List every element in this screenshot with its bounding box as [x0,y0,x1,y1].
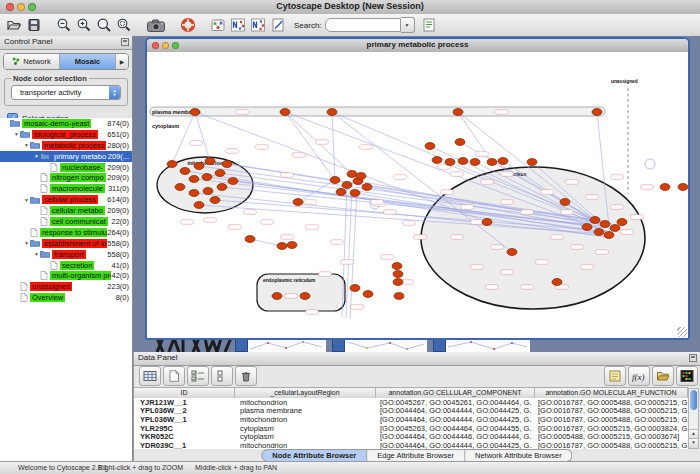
edge[interactable] [195,112,210,161]
graph-node[interactable] [582,224,592,231]
function-builder-icon[interactable]: f(x) [628,366,650,386]
graph-node[interactable] [194,202,204,209]
column-header-id[interactable]: ID [134,388,235,398]
expander-icon[interactable]: ▼ [33,251,40,257]
tree-row[interactable]: ▼cellular process614(0) [0,194,132,205]
graph-node[interactable] [189,190,199,197]
tree-row[interactable]: macromolecule311(0) [0,183,132,194]
column-header-molecular-function[interactable]: annotation.GO MOLECULAR_FUNCTION [535,388,688,398]
network-graph[interactable]: plasma membrane cytoplasm mitochondrion … [147,52,688,340]
search-result-icon[interactable] [420,16,438,34]
tab-mosaic[interactable]: Mosaic [60,54,116,69]
search-options-dropdown[interactable]: ▼ [401,17,415,33]
graph-node[interactable] [202,174,212,181]
graph-node[interactable] [610,225,620,232]
expander-icon[interactable]: ▼ [23,142,30,148]
graph-node[interactable] [455,139,465,146]
graph-node[interactable] [280,109,290,116]
import-network-table-icon[interactable] [249,16,267,34]
attribute-table-icon[interactable] [139,366,161,386]
tree-row[interactable]: ▼metabolic process280(0) [0,140,132,151]
graph-node[interactable] [245,236,255,243]
graph-node[interactable] [604,232,614,239]
tree-row[interactable]: Overview8(0) [0,292,132,303]
tree-row[interactable]: ▼establishment of lo558(0) [0,238,132,249]
table-scrollbar[interactable]: ▲ ▼ [688,388,699,449]
graph-node[interactable] [363,291,373,298]
open-icon[interactable] [5,16,23,34]
graph-node[interactable] [392,263,402,270]
graph-node[interactable] [507,249,517,256]
tree-row[interactable]: ▼primary metabo209(... [0,151,132,162]
matrix-icon[interactable] [676,366,698,386]
unselect-attributes-icon[interactable] [211,366,233,386]
graph-node[interactable] [300,293,310,300]
graph-node[interactable] [487,159,497,166]
graph-node[interactable] [287,242,297,249]
graph-node[interactable] [600,221,610,228]
graph-node[interactable] [327,109,337,116]
graph-node[interactable] [189,176,199,183]
node-color-dropdown[interactable]: transporter activity ▲▼ [11,85,121,100]
zoom-selected-region-icon[interactable] [115,16,133,34]
expander-icon[interactable]: ▼ [23,240,30,246]
graph-node[interactable] [660,184,670,191]
delete-attribute-icon[interactable] [235,366,257,386]
graph-node[interactable] [175,184,185,191]
graph-node[interactable] [228,178,238,185]
save-icon[interactable] [25,16,43,34]
edge[interactable] [172,112,195,164]
graph-node[interactable] [498,158,508,165]
graph-node[interactable] [432,157,442,164]
select-attributes-icon[interactable] [187,366,209,386]
tree-row[interactable]: mosaic-demo-yeast874(0) [0,118,132,129]
graph-node[interactable] [217,184,227,191]
table-row[interactable]: YLR295Ccytoplasm[GO:0045263, GO:0044464,… [134,424,688,433]
tree-row[interactable]: unassigned223(0) [0,281,132,292]
graph-node[interactable] [203,188,213,195]
help-ring-icon[interactable] [179,16,197,34]
graph-node[interactable] [347,171,357,178]
float-panel-icon[interactable] [689,354,697,362]
self-loop-edge[interactable] [645,159,655,169]
tree-row[interactable]: ▼biological_process651(0) [0,129,132,140]
tree-row[interactable]: response to stimulu264(0) [0,227,132,238]
graph-node[interactable] [336,189,346,196]
graph-node[interactable] [222,161,232,168]
column-header-region[interactable]: _cellularLayoutRegion [235,388,376,398]
edge[interactable] [332,112,335,180]
graph-node[interactable] [190,109,200,116]
graph-node[interactable] [330,177,340,184]
resize-grip[interactable] [677,327,687,337]
tab-network[interactable]: Network [4,54,60,69]
graph-node[interactable] [394,293,404,300]
network-canvas[interactable]: plasma membrane cytoplasm mitochondrion … [147,52,688,338]
graph-node[interactable] [482,219,492,226]
zoom-out-icon[interactable] [55,16,73,34]
graph-node[interactable] [590,217,600,224]
network-view-window[interactable]: primary metabolic process plasma membran… [145,37,690,340]
column-header-cellular-component[interactable]: annotation.GO CELLULAR_COMPONENT [376,388,535,398]
graph-node[interactable] [293,199,303,206]
graph-node[interactable] [180,168,190,175]
graph-node[interactable] [470,159,480,166]
graph-node[interactable] [453,109,463,116]
graph-node[interactable] [350,285,360,292]
tree-row[interactable]: nitrogen compo209(0) [0,172,132,183]
expander-icon[interactable]: ▼ [13,131,20,137]
import-attributes-icon[interactable] [652,366,674,386]
graph-node[interactable] [393,271,403,278]
tree-row[interactable]: nucleobase-209(0) [0,162,132,173]
graph-node[interactable] [350,190,360,197]
tree-row[interactable]: cell communicat22(0) [0,216,132,227]
graph-node[interactable] [167,161,177,168]
graph-node[interactable] [210,197,220,204]
table-row[interactable]: YPL036W__2plasma membrane[GO:0044464, GO… [134,407,688,416]
snapshot-icon[interactable] [145,16,167,34]
annotation-icon[interactable] [269,16,287,34]
edge[interactable] [298,180,335,202]
new-attribute-icon[interactable] [163,366,185,386]
tree-row[interactable]: cellular metabo209(0) [0,205,132,216]
expander-icon[interactable]: ▼ [33,153,40,159]
tree-row[interactable]: multi-organism pro42(0) [0,270,132,281]
